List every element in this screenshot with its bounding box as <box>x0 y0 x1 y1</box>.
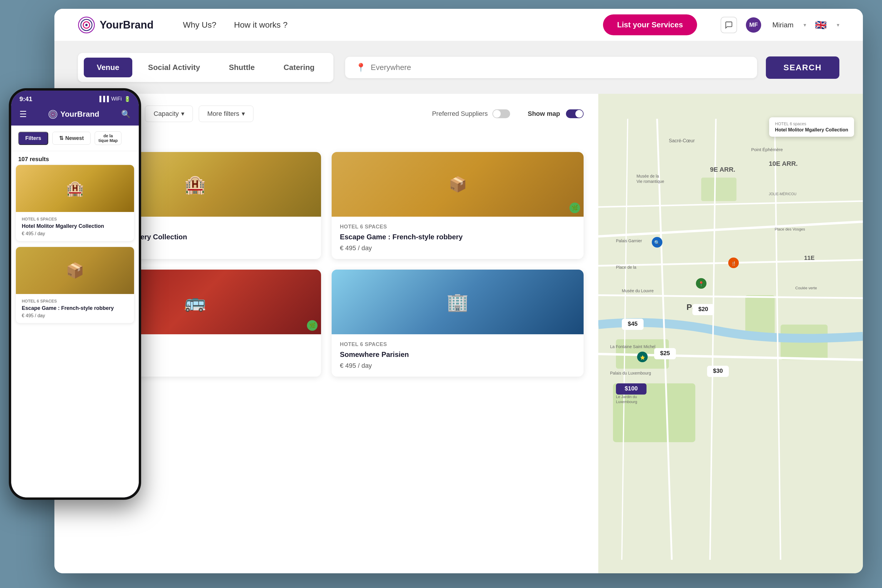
phone-card-image-1: 🏨 <box>16 165 134 212</box>
phone-menu-icon[interactable]: ☰ <box>20 110 27 119</box>
svg-text:9E ARR.: 9E ARR. <box>710 166 735 173</box>
card-blue-building[interactable]: 🏢 HOTEL 6 spaces Somewhere Parisien € 49… <box>332 270 584 376</box>
svg-point-58 <box>52 114 54 115</box>
desktop-browser: YourBrand Why Us? How it works ? List yo… <box>54 9 863 573</box>
user-name: Miriam <box>772 21 794 29</box>
phone-card-title-2: Escape Game : French-style robbery <box>22 305 128 311</box>
phone-logo-icon <box>48 110 57 119</box>
phone-content: Filters ⇅ Newest de la tique Map 107 res… <box>11 126 139 498</box>
wifi-icon: WiFi <box>111 96 122 102</box>
sort-icon: ⇅ <box>59 135 63 141</box>
card-title: Somewhere Parisien <box>340 350 575 359</box>
svg-text:11E: 11E <box>804 255 814 261</box>
svg-rect-7 <box>701 178 736 201</box>
phone-card-subtitle-1: HOTEL 6 spaces <box>22 217 128 221</box>
list-services-button[interactable]: List your Services <box>603 14 697 35</box>
svg-text:Place de la: Place de la <box>616 265 636 270</box>
results-count: 107 results <box>69 134 584 143</box>
show-map-knob <box>575 110 583 118</box>
location-pin-icon: 📍 <box>356 63 366 72</box>
svg-text:Musée de la: Musée de la <box>636 174 659 178</box>
map-tooltip: HOTEL 6 spaces Hotel Molitor Mgallery Co… <box>769 117 854 137</box>
phone-logo-wrap[interactable]: YourBrand <box>48 110 99 119</box>
phone-brand-name: YourBrand <box>60 110 99 119</box>
tab-social-activity[interactable]: Social Activity <box>135 58 213 77</box>
user-avatar: MF <box>746 17 761 33</box>
battery-icon: 🔋 <box>124 96 130 102</box>
signal-icon: ▐▐▐ <box>98 96 109 102</box>
svg-text:Sacré-Cœur: Sacré-Cœur <box>669 138 695 143</box>
mobile-phone: 9:41 ▐▐▐ WiFi 🔋 ☰ YourBrand 🔍 <box>9 88 141 500</box>
phone-status-bar: 9:41 ▐▐▐ WiFi 🔋 <box>11 90 139 105</box>
svg-text:🔍: 🔍 <box>654 240 660 246</box>
preferred-suppliers-toggle[interactable] <box>492 110 510 118</box>
svg-text:$25: $25 <box>660 350 670 356</box>
nav-why-us[interactable]: Why Us? <box>183 20 216 30</box>
navbar: YourBrand Why Us? How it works ? List yo… <box>54 9 863 41</box>
card-subtitle: HOTEL 6 spaces <box>340 341 575 348</box>
show-map-toggle[interactable] <box>566 110 584 118</box>
logo[interactable]: YourBrand <box>78 16 153 33</box>
svg-text:Place des Vosges: Place des Vosges <box>775 227 805 231</box>
map-tooltip-title: Hotel Molitor Mgallery Collection <box>775 127 848 133</box>
phone-results-count: 107 results <box>11 151 139 165</box>
green-badge-escape: 🌿 <box>570 202 580 213</box>
user-menu-chevron[interactable]: ▾ <box>804 22 806 28</box>
svg-text:Coulée verte: Coulée verte <box>795 286 817 290</box>
svg-point-3 <box>85 24 88 26</box>
tab-shuttle[interactable]: Shuttle <box>216 58 267 77</box>
nav-how-it-works[interactable]: How it works ? <box>234 20 288 30</box>
search-button[interactable]: SEARCH <box>766 57 839 79</box>
phone-search-icon[interactable]: 🔍 <box>121 110 130 119</box>
search-tabs: Venue Social Activity Shuttle Catering <box>78 53 333 82</box>
tab-catering[interactable]: Catering <box>270 58 327 77</box>
svg-text:$45: $45 <box>628 321 638 327</box>
card-escape-game[interactable]: 📦 🌿 HOTEL 6 spaces Escape Game : French-… <box>332 152 584 259</box>
language-chevron[interactable]: ▾ <box>837 22 839 28</box>
svg-text:$20: $20 <box>698 306 708 312</box>
green-badge-shuttle: 🌿 <box>307 320 318 331</box>
card-price: € 495 / day <box>340 244 575 252</box>
phone-sort-button[interactable]: ⇅ Newest <box>52 132 90 145</box>
phone-navbar: ☰ YourBrand 🔍 <box>11 105 139 126</box>
card-image-escape: 📦 🌿 <box>332 152 584 217</box>
map-panel: 9E ARR. 10E ARR. 11E Paris Sacré-Cœur Mu… <box>598 94 863 573</box>
svg-rect-8 <box>745 295 775 336</box>
svg-text:Musée du Louvre: Musée du Louvre <box>622 288 654 293</box>
search-location-wrap: 📍 <box>345 57 757 78</box>
tab-venue[interactable]: Venue <box>84 58 132 77</box>
phone-card-subtitle-2: HOTEL 6 spaces <box>22 299 128 303</box>
phone-card-hotel-molitor[interactable]: 🏨 HOTEL 6 spaces Hotel Molitor Mgallery … <box>16 165 134 241</box>
escape-image-icon: 📦 <box>449 176 466 193</box>
chevron-down-icon: ▾ <box>181 110 184 118</box>
phone-filters: Filters ⇅ Newest de la tique Map <box>11 126 139 151</box>
card-subtitle: HOTEL 6 spaces <box>340 224 575 230</box>
location-input[interactable] <box>371 63 747 72</box>
phone-status-icons: ▐▐▐ WiFi 🔋 <box>98 96 130 102</box>
search-section: Venue Social Activity Shuttle Catering 📍… <box>54 41 863 94</box>
phone-filters-button[interactable]: Filters <box>18 132 48 145</box>
nav-icons: MF Miriam ▾ 🇬🇧 ▾ <box>721 17 839 33</box>
phone-card-price-1: € 495 / day <box>22 231 128 236</box>
more-filters[interactable]: More filters ▾ <box>199 105 254 122</box>
svg-text:Palais Garnier: Palais Garnier <box>616 238 642 243</box>
svg-text:$100: $100 <box>625 385 638 392</box>
chat-icon-button[interactable] <box>721 17 737 33</box>
blue-building-image-icon: 🏢 <box>449 294 466 310</box>
language-flag[interactable]: 🇬🇧 <box>815 20 827 31</box>
phone-card-1-icon: 🏨 <box>66 180 84 197</box>
svg-text:📍: 📍 <box>698 281 704 286</box>
svg-text:Le Jardin du: Le Jardin du <box>616 394 637 399</box>
logo-icon <box>78 16 95 33</box>
card-body: HOTEL 6 spaces Somewhere Parisien € 495 … <box>332 334 584 376</box>
card-image-blue-building: 🏢 <box>332 270 584 334</box>
svg-text:🍴: 🍴 <box>731 261 736 266</box>
capacity-filter[interactable]: Capacity ▾ <box>145 105 193 122</box>
card-title: Escape Game : French-style robbery <box>340 232 575 242</box>
phone-card-body-1: HOTEL 6 spaces Hotel Molitor Mgallery Co… <box>16 212 134 241</box>
svg-text:$30: $30 <box>713 368 723 374</box>
show-map-label: Show map <box>528 110 560 118</box>
phone-map-button[interactable]: de la tique Map <box>94 131 122 145</box>
phone-card-escape[interactable]: 📦 HOTEL 6 spaces Escape Game : French-st… <box>16 247 134 323</box>
svg-text:Point Éphémère: Point Éphémère <box>751 147 783 152</box>
